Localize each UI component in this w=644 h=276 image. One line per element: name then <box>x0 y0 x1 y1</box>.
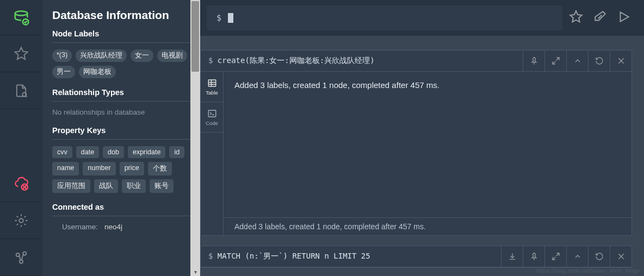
result-card: $ MATCH (n:`男一`) RETURN n LIMIT 25 <box>200 246 632 268</box>
prop-chip[interactable]: 账号 <box>150 179 174 193</box>
neo4j-logo[interactable] <box>0 0 42 35</box>
prop-chip[interactable]: expridate <box>128 146 165 158</box>
sidebar: Database Information Node Labels *(3) 兴欣… <box>42 0 200 276</box>
nav-about[interactable] <box>0 239 42 276</box>
result-message: Added 3 labels, created 1 node, complete… <box>224 72 631 217</box>
collapse-up-icon[interactable] <box>566 246 588 267</box>
prompt-symbol: $ <box>216 13 221 23</box>
sidebar-scrollbar[interactable]: ▴ ▾ <box>190 0 200 276</box>
watermark-text: https://blog.csdn.net/vxiao_shen_longv <box>536 267 640 274</box>
scroll-down-arrow[interactable]: ▾ <box>190 267 200 276</box>
scrollbar-thumb[interactable] <box>191 1 199 72</box>
username-value: neo4j <box>104 223 122 231</box>
play-icon[interactable] <box>617 10 631 26</box>
svg-rect-8 <box>208 80 216 86</box>
result-card: $ create(陈果:女一:网咖老板:兴欣战队经理) Table <box>200 50 632 236</box>
label-chip[interactable]: 电视剧 <box>157 49 187 62</box>
download-icon[interactable] <box>501 246 523 267</box>
rerun-icon[interactable] <box>588 51 610 71</box>
view-tab-table[interactable]: Table <box>201 72 223 102</box>
svg-point-0 <box>15 11 28 16</box>
nav-documents[interactable] <box>0 72 42 109</box>
label-chip[interactable]: 女一 <box>131 49 153 62</box>
nav-cloud-sync[interactable] <box>0 165 42 202</box>
svg-point-4 <box>19 218 23 222</box>
close-icon[interactable] <box>610 51 631 71</box>
label-chip[interactable]: 兴欣战队经理 <box>76 49 127 62</box>
nav-favorites[interactable] <box>0 35 42 72</box>
view-tab-code[interactable]: Code <box>201 102 223 133</box>
prop-chip[interactable]: number <box>83 162 115 175</box>
prop-chip[interactable]: date <box>76 146 99 158</box>
svg-rect-9 <box>208 110 216 117</box>
svg-point-7 <box>20 260 23 263</box>
label-chip[interactable]: 网咖老板 <box>79 66 116 78</box>
prop-chip[interactable]: cvv <box>52 146 72 158</box>
expand-icon[interactable] <box>544 246 566 267</box>
close-icon[interactable] <box>610 246 631 267</box>
prop-chip[interactable]: dob <box>103 146 124 158</box>
prop-chip[interactable]: 应用范围 <box>52 179 90 193</box>
prop-chip[interactable]: 战队 <box>94 179 118 193</box>
expand-icon[interactable] <box>544 51 566 71</box>
rel-empty-message: No relationships in database <box>52 108 190 116</box>
editor-bar: $ <box>200 0 644 36</box>
connected-as-heading: Connected as <box>52 203 190 211</box>
label-chip[interactable]: *(3) <box>52 49 72 62</box>
pin-icon[interactable] <box>523 51 544 71</box>
prop-chip[interactable]: price <box>120 162 144 175</box>
pin-icon[interactable] <box>523 246 544 267</box>
node-labels-heading: Node Labels <box>52 29 190 38</box>
username-label: Username: <box>62 223 98 231</box>
rerun-icon[interactable] <box>588 246 610 267</box>
nav-settings[interactable] <box>0 202 42 239</box>
cursor-icon <box>228 13 233 23</box>
result-query-text: $ create(陈果:女一:网咖老板:兴欣战队经理) <box>201 51 523 71</box>
node-labels-list: *(3) 兴欣战队经理 女一 电视剧 男一 网咖老板 <box>52 49 190 78</box>
property-keys-list: cvv date dob expridate id name number pr… <box>52 146 190 193</box>
prop-chip[interactable]: id <box>169 146 184 158</box>
result-footer: Added 3 labels, created 1 node, complete… <box>224 217 631 235</box>
sidebar-title: Database Information <box>52 9 190 22</box>
prop-chip[interactable]: 职业 <box>122 179 146 193</box>
prop-chip[interactable]: 个数 <box>148 162 172 175</box>
query-editor[interactable]: $ <box>207 5 562 30</box>
favorite-icon[interactable] <box>569 10 583 26</box>
rel-types-heading: Relationship Types <box>52 88 190 97</box>
query-input[interactable] <box>240 14 553 22</box>
erase-icon[interactable] <box>593 10 607 26</box>
property-keys-heading: Property Keys <box>52 126 190 135</box>
prop-chip[interactable]: name <box>52 162 79 175</box>
label-chip[interactable]: 男一 <box>52 66 75 78</box>
result-query-text: $ MATCH (n:`男一`) RETURN n LIMIT 25 <box>201 246 501 267</box>
collapse-up-icon[interactable] <box>566 51 588 71</box>
